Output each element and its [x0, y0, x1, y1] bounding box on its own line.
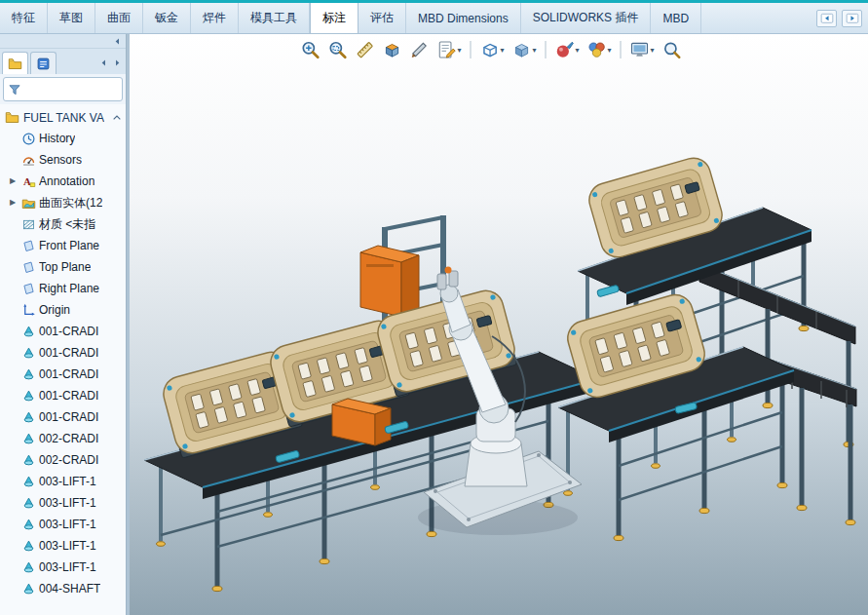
tree-item-annotation[interactable]: ▶AAnnotation — [0, 171, 126, 192]
part-icon — [21, 560, 36, 575]
zoom-area-icon — [328, 40, 348, 59]
trim-button[interactable] — [407, 38, 433, 61]
display-style-icon — [512, 40, 532, 59]
part-icon — [21, 539, 36, 554]
control-cabinet-orange[interactable] — [360, 246, 419, 317]
tree-item-front-plane[interactable]: Front Plane — [0, 235, 126, 256]
part-icon — [21, 410, 36, 425]
tree-item-001-cradi[interactable]: 001-CRADI — [0, 364, 126, 385]
panel-nav-arrow-right-icon[interactable] — [110, 55, 124, 72]
ribbon-tab-5[interactable]: 模具工具 — [239, 3, 310, 33]
tree-item-origin[interactable]: Origin — [0, 299, 126, 321]
part-icon — [21, 346, 36, 361]
view-settings-icon — [630, 40, 650, 59]
tree-item-label: 001-CRADI — [39, 389, 98, 403]
tree-root-item[interactable]: FUEL TANK VA — [0, 107, 126, 128]
tree-item-003-lift-1[interactable]: 003-LIFT-1 — [0, 514, 126, 535]
tree-item-label: 曲面实体(12 — [39, 195, 102, 211]
plane-icon — [21, 282, 36, 296]
part-icon — [21, 432, 36, 446]
filter-input[interactable] — [25, 84, 118, 96]
tree-item-12[interactable]: ▶曲面实体(12 — [0, 192, 126, 213]
edit-appearance-icon — [555, 40, 575, 59]
ribbon-tab-10[interactable]: MBD — [651, 3, 701, 33]
tree-item-label: 003-LIFT-1 — [39, 539, 96, 553]
tree-item-001-cradi[interactable]: 001-CRADI — [0, 342, 126, 364]
tree-item-history[interactable]: History — [0, 128, 126, 149]
panel-nav — [96, 52, 124, 74]
zoom-area-button[interactable] — [325, 38, 351, 61]
tree-item-004-shaft[interactable]: 004-SHAFT — [0, 578, 126, 599]
panel-collapse-icon[interactable] — [112, 36, 123, 47]
magnify-icon — [662, 40, 682, 59]
view-orientation-button[interactable]: ▾ — [477, 38, 508, 61]
dropdown-arrow-icon[interactable]: ▾ — [576, 46, 580, 55]
view-settings-button[interactable]: ▾ — [627, 38, 658, 61]
dropdown-arrow-icon[interactable]: ▾ — [533, 46, 537, 55]
folder-icon — [5, 110, 19, 125]
pane-left-icon[interactable] — [816, 10, 837, 27]
panel-tab-bar — [0, 49, 126, 74]
ribbon-tab-7[interactable]: 评估 — [359, 3, 406, 33]
ribbon-tab-2[interactable]: 曲面 — [95, 3, 143, 33]
apply-scene-button[interactable]: ▾ — [585, 38, 615, 61]
ribbon-tab-3[interactable]: 钣金 — [143, 3, 191, 33]
station-right[interactable] — [558, 290, 856, 540]
part-icon — [21, 367, 36, 382]
panel-top-strip — [0, 34, 126, 49]
tree-item-001-cradi[interactable]: 001-CRADI — [0, 321, 126, 342]
tree-item-003-lift-1[interactable]: 003-LIFT-1 — [0, 557, 126, 578]
tree-item-003-lift-1[interactable]: 003-LIFT-1 — [0, 535, 126, 557]
panel-nav-arrow-left-icon[interactable] — [96, 55, 110, 72]
zoom-fit-button[interactable] — [298, 38, 323, 61]
ribbon-tab-9[interactable]: SOLIDWORKS 插件 — [521, 3, 652, 33]
dropdown-arrow-icon[interactable]: ▾ — [458, 46, 462, 55]
ribbon-tab-1[interactable]: 草图 — [48, 3, 95, 33]
display-style-button[interactable]: ▾ — [509, 38, 540, 61]
part-icon — [21, 389, 36, 404]
tree-item-label: 001-CRADI — [39, 367, 98, 381]
tree-item-right-plane[interactable]: Right Plane — [0, 278, 126, 299]
expand-arrow-icon[interactable]: ▶ — [10, 177, 19, 185]
edit-appearance-button[interactable]: ▾ — [552, 38, 583, 61]
feature-manager-panel: FUEL TANK VA HistorySensors▶AAnnotation▶… — [0, 34, 127, 615]
tree-item-001-cradi[interactable]: 001-CRADI — [0, 406, 126, 428]
measure-button[interactable] — [353, 38, 378, 61]
tree-item-003-lift-1[interactable]: 003-LIFT-1 — [0, 471, 126, 492]
tree-item-sensors[interactable]: Sensors — [0, 149, 126, 171]
tree-item-002-cradi[interactable]: 002-CRADI — [0, 449, 126, 471]
tree-item-label: 003-LIFT-1 — [39, 560, 96, 574]
ribbon-tab-8[interactable]: MBD Dimensions — [406, 3, 521, 33]
tree-item-002-cradi[interactable]: 002-CRADI — [0, 428, 126, 449]
ribbon-tab-6[interactable]: 标注 — [310, 3, 359, 33]
headsup-toolbar: ▾▾▾▾▾▾ — [298, 38, 685, 61]
ribbon-tab-0[interactable]: 特征 — [0, 3, 48, 33]
ribbon-tab-4[interactable]: 焊件 — [191, 3, 239, 33]
toolbar-separator — [621, 41, 622, 58]
graphics-viewport[interactable]: ▾▾▾▾▾▾ — [130, 34, 868, 615]
dropdown-arrow-icon[interactable]: ▾ — [651, 46, 655, 55]
tree-item-label: 003-LIFT-1 — [39, 475, 96, 488]
pane-right-icon[interactable] — [842, 10, 862, 27]
apply-scene-icon — [587, 40, 607, 59]
tree-item-label: Top Plane — [39, 260, 91, 274]
panel-tab-feature-tree[interactable] — [2, 52, 28, 74]
plane-icon — [21, 260, 36, 275]
tree-item-item-4[interactable]: 材质 <未指 — [0, 213, 126, 235]
chevron-up-icon[interactable] — [111, 112, 123, 124]
tree-item-top-plane[interactable]: Top Plane — [0, 256, 126, 278]
tree-item-label: 001-CRADI — [39, 410, 98, 424]
panel-tab-property-list[interactable] — [30, 52, 57, 74]
toolbar-separator — [546, 41, 547, 58]
dropdown-arrow-icon[interactable]: ▾ — [608, 46, 612, 55]
section-view-button[interactable] — [380, 38, 405, 61]
graphics-area[interactable] — [130, 34, 868, 615]
tree-item-001-cradi[interactable]: 001-CRADI — [0, 385, 126, 406]
magnify-button[interactable] — [660, 38, 685, 61]
dropdown-arrow-icon[interactable]: ▾ — [501, 46, 505, 55]
tree-filter-box — [3, 77, 123, 101]
part-icon — [21, 453, 36, 468]
expand-arrow-icon[interactable]: ▶ — [10, 199, 19, 207]
tree-item-003-lift-1[interactable]: 003-LIFT-1 — [0, 492, 126, 514]
annotation-note-button[interactable]: ▾ — [434, 38, 465, 61]
